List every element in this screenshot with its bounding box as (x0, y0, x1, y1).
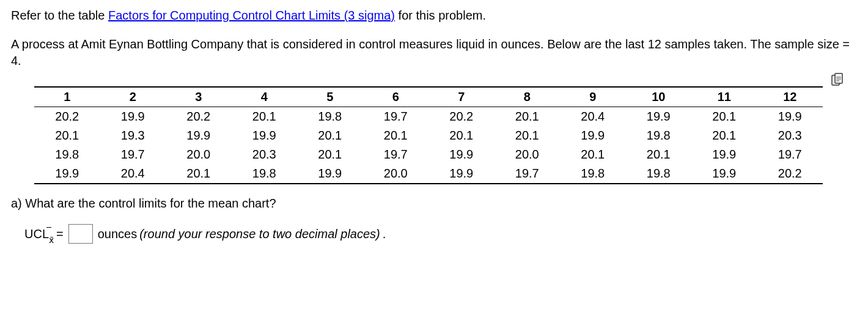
table-cell: 20.2 (34, 107, 100, 127)
table-header: 7 (428, 87, 495, 107)
table-cell: 20.0 (166, 145, 232, 164)
samples-table: 1 2 3 4 5 6 7 8 9 10 11 12 20.2 19.9 20.… (34, 86, 823, 184)
table-cell: 19.9 (100, 107, 166, 127)
period: . (383, 227, 386, 241)
table-cell: 20.1 (691, 126, 757, 145)
table-header: 5 (297, 87, 363, 107)
problem-paragraph: A process at Amit Eynan Bottling Company… (11, 36, 857, 69)
table-row: 20.2 19.9 20.2 20.1 19.8 19.7 20.2 20.1 … (34, 107, 823, 127)
table-cell: 19.3 (100, 126, 166, 145)
table-cell: 19.8 (232, 164, 298, 184)
table-cell: 20.1 (691, 107, 757, 127)
table-header: 6 (363, 87, 429, 107)
intro-prefix: Refer to the table (11, 9, 108, 22)
table-header: 9 (560, 87, 626, 107)
table-cell: 19.9 (34, 164, 100, 184)
factors-link[interactable]: Factors for Computing Control Chart Limi… (108, 9, 395, 22)
units-label: ounces (98, 227, 138, 241)
table-cell: 20.1 (297, 145, 363, 164)
table-cell: 19.9 (626, 107, 692, 127)
table-header: 11 (691, 87, 757, 107)
table-header: 3 (166, 87, 232, 107)
table-cell: 20.2 (166, 107, 232, 127)
table-cell: 20.1 (166, 164, 232, 184)
table-header: 12 (757, 87, 823, 107)
table-cell: 20.3 (232, 145, 298, 164)
table-cell: 19.8 (626, 164, 692, 184)
table-cell: 19.7 (363, 145, 429, 164)
table-cell: 20.1 (495, 107, 561, 127)
table-cell: 19.9 (232, 126, 298, 145)
table-cell: 20.1 (626, 145, 692, 164)
table-cell: 20.1 (297, 126, 363, 145)
table-row: 19.8 19.7 20.0 20.3 20.1 19.7 19.9 20.0 … (34, 145, 823, 164)
question-a: a) What are the control limits for the m… (11, 195, 857, 212)
table-cell: 20.0 (495, 145, 561, 164)
table-cell: 19.8 (626, 126, 692, 145)
table-cell: 19.8 (560, 164, 626, 184)
table-cell: 19.9 (757, 107, 823, 127)
table-cell: 20.1 (363, 126, 429, 145)
table-cell: 19.7 (100, 145, 166, 164)
table-cell: 20.2 (428, 107, 495, 127)
svg-rect-1 (835, 73, 842, 83)
table-header: 4 (232, 87, 298, 107)
table-cell: 19.9 (428, 164, 495, 184)
ucl-base: UCL (24, 227, 49, 241)
rounding-hint: (round your response to two decimal plac… (139, 227, 380, 241)
table-cell: 19.9 (691, 145, 757, 164)
table-cell: 19.9 (428, 145, 495, 164)
table-cell: 19.7 (495, 164, 561, 184)
table-cell: 20.0 (363, 164, 429, 184)
table-cell: 20.4 (560, 107, 626, 127)
table-cell: 20.1 (560, 145, 626, 164)
ucl-symbol: UCLx̄ (24, 227, 54, 241)
table-cell: 19.7 (363, 107, 429, 127)
table-cell: 19.9 (297, 164, 363, 184)
table-cell: 19.9 (166, 126, 232, 145)
table-cell: 19.9 (691, 164, 757, 184)
table-header: 2 (100, 87, 166, 107)
table-header: 1 (34, 87, 100, 107)
table-cell: 20.3 (757, 126, 823, 145)
table-cell: 19.7 (757, 145, 823, 164)
table-cell: 20.1 (428, 126, 495, 145)
table-cell: 19.9 (560, 126, 626, 145)
table-header: 10 (626, 87, 692, 107)
equals-sign: = (56, 227, 64, 241)
table-cell: 20.1 (34, 126, 100, 145)
table-cell: 20.1 (495, 126, 561, 145)
ucl-answer-input[interactable] (68, 224, 93, 244)
table-row: 20.1 19.3 19.9 19.9 20.1 20.1 20.1 20.1 … (34, 126, 823, 145)
table-cell: 20.4 (100, 164, 166, 184)
table-cell: 19.8 (34, 145, 100, 164)
answer-line: UCLx̄ = ounces (round your response to t… (24, 224, 857, 244)
intro-suffix: for this problem. (395, 9, 486, 22)
ucl-subscript: x̄ (49, 235, 54, 245)
table-header-row: 1 2 3 4 5 6 7 8 9 10 11 12 (34, 87, 823, 107)
copy-table-icon[interactable] (831, 73, 842, 85)
table-cell: 20.2 (757, 164, 823, 184)
intro-line: Refer to the table Factors for Computing… (11, 7, 857, 24)
table-cell: 19.8 (297, 107, 363, 127)
table-cell: 20.1 (232, 107, 298, 127)
table-header: 8 (495, 87, 561, 107)
table-row: 19.9 20.4 20.1 19.8 19.9 20.0 19.9 19.7 … (34, 164, 823, 184)
